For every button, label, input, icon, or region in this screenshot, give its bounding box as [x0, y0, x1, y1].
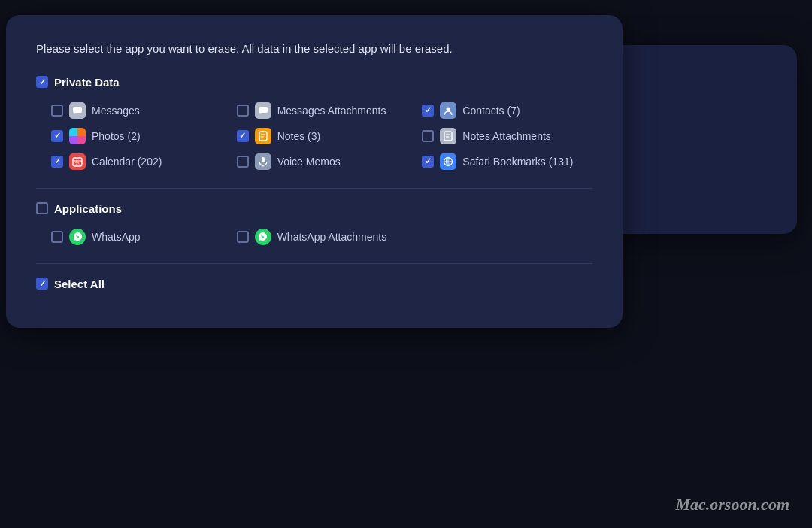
- private-data-items: Messages Messages Attachments Contacts (…: [36, 102, 592, 170]
- messages-label: Messages: [92, 105, 140, 117]
- instruction-text: Please select the app you want to erase.…: [36, 41, 592, 58]
- divider: [36, 188, 592, 189]
- svg-rect-7: [73, 107, 82, 113]
- whatsapp-checkbox[interactable]: [51, 231, 63, 243]
- voice-memos-checkbox[interactable]: [237, 156, 249, 168]
- calendar-label: Calendar (202): [92, 156, 162, 168]
- applications-title: Applications: [54, 202, 122, 215]
- list-item: Voice Memos: [237, 153, 408, 170]
- svg-rect-10: [259, 132, 267, 141]
- contacts-label: Contacts (7): [462, 105, 520, 117]
- svg-rect-8: [259, 107, 268, 113]
- watermark: Mac.orsoon.com: [675, 495, 789, 514]
- svg-rect-21: [262, 157, 265, 162]
- safari-bookmarks-checkbox[interactable]: [422, 156, 434, 168]
- photos-icon: [69, 128, 86, 144]
- whatsapp-attachments-label: WhatsApp Attachments: [277, 231, 387, 243]
- safari-bookmarks-icon: [440, 153, 456, 170]
- messages-checkbox[interactable]: [51, 105, 63, 117]
- svg-text:23: 23: [75, 162, 80, 166]
- list-item: Notes (3): [237, 128, 408, 144]
- private-data-checkbox[interactable]: [36, 76, 48, 88]
- list-item: 23 Calendar (202): [51, 153, 222, 170]
- calendar-icon: 23: [69, 153, 86, 170]
- svg-rect-13: [444, 132, 452, 141]
- whatsapp-attachments-icon: [255, 229, 271, 245]
- notes-attachments-checkbox[interactable]: [422, 130, 434, 142]
- list-item: Messages: [51, 102, 222, 119]
- notes-label: Notes (3): [277, 130, 321, 142]
- whatsapp-icon: [69, 229, 86, 245]
- contacts-checkbox[interactable]: [422, 105, 434, 117]
- voice-memos-icon: [255, 153, 271, 170]
- notes-attachments-label: Notes Attachments: [462, 130, 551, 142]
- list-item: WhatsApp Attachments: [237, 229, 408, 245]
- list-item: Safari Bookmarks (131): [422, 153, 592, 170]
- select-all-label: Select All: [54, 278, 105, 290]
- list-item: WhatsApp: [51, 229, 222, 245]
- photos-checkbox[interactable]: [51, 130, 63, 142]
- applications-header: Applications: [36, 202, 592, 215]
- list-item: Photos (2): [51, 128, 222, 144]
- whatsapp-label: WhatsApp: [92, 231, 141, 243]
- whatsapp-attachments-checkbox[interactable]: [237, 231, 249, 243]
- voice-memos-label: Voice Memos: [277, 156, 341, 168]
- notes-attachments-icon: [440, 128, 456, 144]
- private-data-header: Private Data: [36, 76, 592, 89]
- messages-icon: [69, 102, 86, 119]
- safari-bookmarks-label: Safari Bookmarks (131): [462, 156, 573, 168]
- select-all-checkbox[interactable]: [36, 278, 48, 290]
- calendar-checkbox[interactable]: [51, 156, 63, 168]
- divider-2: [36, 263, 592, 264]
- messages-attachments-icon: [255, 102, 271, 119]
- photos-label: Photos (2): [92, 130, 141, 142]
- svg-point-9: [447, 107, 450, 111]
- contacts-icon: [440, 102, 456, 119]
- messages-attachments-checkbox[interactable]: [237, 105, 249, 117]
- notes-checkbox[interactable]: [237, 130, 249, 142]
- card-front: Please select the app you want to erase.…: [6, 15, 623, 328]
- select-all-row: Select All: [36, 278, 592, 290]
- private-data-title: Private Data: [54, 76, 120, 89]
- applications-items: WhatsApp WhatsApp Attachments: [36, 229, 592, 245]
- list-item: Contacts (7): [422, 102, 592, 119]
- list-item: Notes Attachments: [422, 128, 592, 144]
- list-item: Messages Attachments: [237, 102, 408, 119]
- messages-attachments-label: Messages Attachments: [277, 105, 386, 117]
- notes-icon: [255, 128, 271, 144]
- applications-checkbox[interactable]: [36, 202, 48, 214]
